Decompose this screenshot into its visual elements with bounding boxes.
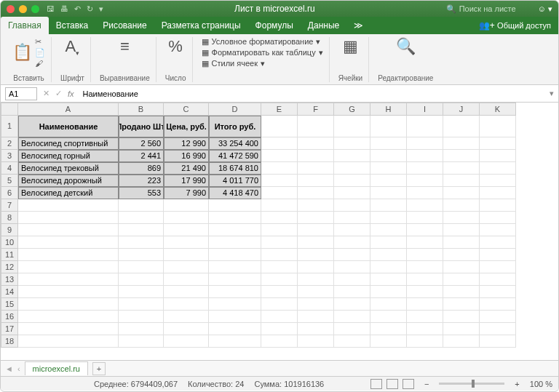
cell[interactable] [18,236,119,249]
cell[interactable] [298,187,334,199]
cell[interactable]: Велосипед горный [18,150,119,162]
cell[interactable] [480,212,516,224]
cell[interactable] [209,298,261,311]
cell[interactable]: Цена, руб. [164,116,209,137]
cell[interactable] [261,199,298,212]
cell[interactable]: Велосипед детский [18,187,119,199]
undo-icon[interactable]: ↶ [74,4,81,14]
cell[interactable] [334,187,370,199]
cell[interactable] [407,311,443,323]
tab-draw[interactable]: Рисование [95,17,154,34]
formula-input[interactable]: Наименование [80,88,544,100]
cell[interactable] [164,286,209,298]
row-header[interactable]: 15 [1,298,18,311]
cell[interactable]: Велосипед спортивный [18,137,119,150]
cell[interactable]: Продано Шт. [119,116,164,137]
cell[interactable] [164,224,209,236]
cell[interactable] [298,261,334,273]
cell[interactable] [370,286,407,298]
find-icon[interactable]: 🔍 [396,37,416,56]
cell[interactable]: 18 674 810 [209,162,261,175]
cell[interactable] [370,224,407,236]
cell[interactable] [370,323,407,335]
cell[interactable] [407,187,443,199]
cell-styles-button[interactable]: ▦Стили ячеек ▾ [202,59,323,68]
row-header[interactable]: 14 [1,286,18,298]
cell[interactable] [261,311,298,323]
cell[interactable] [18,323,119,335]
cell[interactable] [480,199,516,212]
cell[interactable] [261,273,298,286]
cell[interactable] [298,298,334,311]
row-header[interactable]: 17 [1,323,18,335]
cell[interactable] [407,116,443,137]
cell[interactable] [298,150,334,162]
cell[interactable] [164,298,209,311]
cell[interactable] [119,335,164,348]
sheet-nav-first-icon[interactable]: ◄ [5,364,13,373]
cell[interactable]: 33 254 400 [209,137,261,150]
cell[interactable] [334,286,370,298]
cell[interactable] [443,137,480,150]
confirm-icon[interactable]: ✓ [55,89,62,98]
cell[interactable] [298,335,334,348]
cell[interactable]: 4 011 770 [209,175,261,187]
cell[interactable] [298,137,334,150]
cell[interactable]: Велосипед дорожный [18,175,119,187]
minimize-icon[interactable] [19,5,27,13]
cell[interactable]: 553 [119,187,164,199]
cell[interactable] [370,175,407,187]
tab-formulas[interactable]: Формулы [248,17,301,34]
paste-icon[interactable]: 📋 [12,43,32,62]
cell[interactable] [334,323,370,335]
view-switcher[interactable] [370,379,414,389]
cell[interactable]: 2 560 [119,137,164,150]
cell[interactable] [370,249,407,261]
cell[interactable] [261,116,298,137]
tab-data[interactable]: Данные [301,17,346,34]
zoom-level[interactable]: 100 % [530,380,552,388]
cell[interactable] [443,224,480,236]
share-button[interactable]: 👥+ Общий доступ [472,17,558,34]
cell[interactable] [209,323,261,335]
cell[interactable] [370,137,407,150]
cell[interactable] [261,187,298,199]
row-header[interactable]: 12 [1,261,18,273]
add-sheet-button[interactable]: + [92,362,106,375]
cell[interactable] [298,212,334,224]
cell[interactable] [164,335,209,348]
sheet-tab[interactable]: microexcel.ru [25,361,88,375]
row-header[interactable]: 5 [1,175,18,187]
cell[interactable] [164,311,209,323]
tab-home[interactable]: Главная [1,17,49,34]
cell[interactable] [119,212,164,224]
cell[interactable]: 41 472 590 [209,150,261,162]
cell[interactable] [480,323,516,335]
cell[interactable] [370,236,407,249]
cell[interactable] [119,311,164,323]
cell[interactable] [119,323,164,335]
cell[interactable]: 17 990 [164,175,209,187]
cell[interactable] [370,162,407,175]
cell[interactable] [209,311,261,323]
close-icon[interactable] [7,5,15,13]
cell[interactable] [443,249,480,261]
cell[interactable] [261,137,298,150]
column-header[interactable]: B [119,103,164,116]
cell[interactable] [261,335,298,348]
cell[interactable] [480,187,516,199]
cell[interactable] [334,199,370,212]
cell[interactable] [334,175,370,187]
cell[interactable] [298,116,334,137]
cell[interactable] [407,273,443,286]
column-header[interactable]: A [18,103,119,116]
cell[interactable] [18,261,119,273]
cell[interactable] [298,311,334,323]
cell[interactable] [164,236,209,249]
cell[interactable]: Итого руб. [209,116,261,137]
row-header[interactable]: 10 [1,236,18,249]
spreadsheet-grid[interactable]: ABCDEFGHIJK 1НаименованиеПродано Шт.Цена… [1,103,558,360]
search-input[interactable] [459,4,532,13]
cell[interactable] [480,249,516,261]
cell[interactable] [119,261,164,273]
